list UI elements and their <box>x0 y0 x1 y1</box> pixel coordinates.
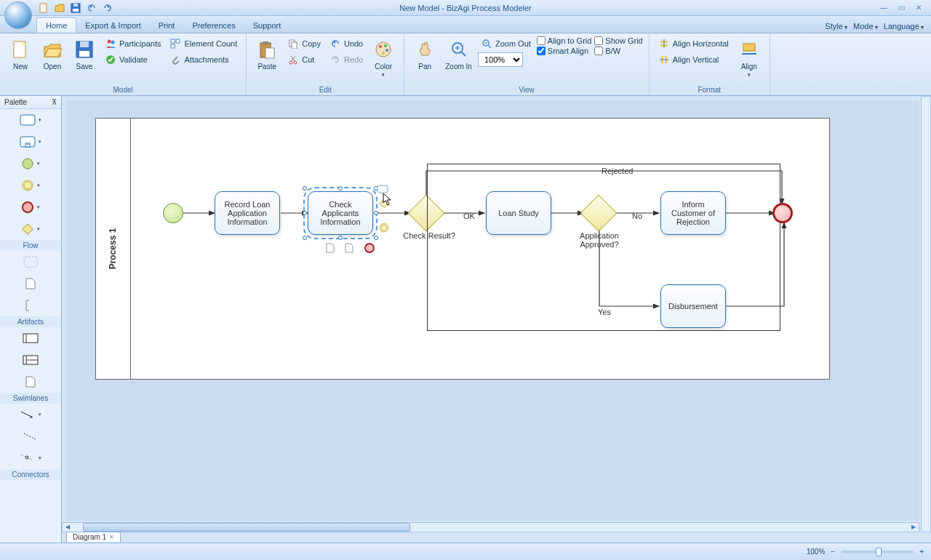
tab-support[interactable]: Support <box>244 18 290 33</box>
svg-point-9 <box>111 41 115 44</box>
svg-rect-7 <box>80 41 89 47</box>
align-horizontal-button[interactable]: Align Horizontal <box>655 36 732 51</box>
svg-rect-11 <box>171 39 175 43</box>
group-view: Pan Zoom In Zoom Out 100% Align to Grid … <box>404 33 649 95</box>
svg-rect-16 <box>265 48 274 58</box>
group-label: Model <box>6 84 240 95</box>
validate-icon <box>105 54 116 65</box>
zoom-in-button[interactable]: Zoom In <box>442 36 475 72</box>
save-disk-icon <box>73 38 96 61</box>
svg-rect-15 <box>263 41 268 44</box>
language-menu[interactable]: Language <box>884 22 924 31</box>
group-model: New Open Save Participants Validate Elem… <box>0 33 247 95</box>
svg-rect-12 <box>176 39 180 43</box>
mode-menu[interactable]: Mode <box>853 22 878 31</box>
smart-align-check[interactable]: Smart Align <box>537 47 592 55</box>
paste-icon <box>255 38 279 61</box>
show-grid-check[interactable]: Show Grid <box>594 36 642 45</box>
redo-icon[interactable] <box>102 2 113 14</box>
validate-button[interactable]: Validate <box>102 52 164 67</box>
save-button[interactable]: Save <box>70 36 99 72</box>
minimize-button[interactable]: — <box>877 3 890 13</box>
title-bar: New Model - BizAgi Process Modeler — ▭ ✕ <box>0 0 931 16</box>
undo-icon <box>329 38 341 49</box>
app-orb-button[interactable] <box>4 1 32 29</box>
svg-rect-3 <box>73 4 78 7</box>
svg-point-22 <box>379 45 382 48</box>
zoom-in-icon <box>447 38 471 61</box>
style-menu[interactable]: Style <box>825 22 847 31</box>
svg-point-19 <box>289 61 292 64</box>
svg-point-25 <box>382 52 385 55</box>
group-label: Edit <box>252 84 398 95</box>
close-button[interactable]: ✕ <box>912 3 925 13</box>
svg-rect-6 <box>79 51 89 57</box>
align-button[interactable]: Align▾ <box>735 36 764 79</box>
copy-icon <box>287 38 299 49</box>
tab-home[interactable]: Home <box>36 17 76 33</box>
svg-rect-13 <box>171 44 175 48</box>
new-button[interactable]: New <box>6 36 35 72</box>
svg-point-20 <box>294 61 297 64</box>
hand-icon <box>413 38 436 61</box>
maximize-button[interactable]: ▭ <box>895 3 908 13</box>
window-title: New Model - BizAgi Process Modeler <box>399 4 532 12</box>
redo-button[interactable]: Redo <box>327 52 366 67</box>
bw-check[interactable]: B/W <box>594 47 642 55</box>
participants-icon <box>105 38 116 49</box>
ribbon: New Open Save Participants Validate Elem… <box>0 33 931 96</box>
zoom-out-button[interactable]: Zoom Out <box>478 36 534 51</box>
align-v-icon <box>658 54 670 65</box>
group-edit: Paste Copy Cut Undo Redo Color▾ Edit <box>247 33 404 95</box>
svg-point-23 <box>384 44 387 47</box>
element-count-icon <box>169 38 181 49</box>
zoom-select[interactable]: 100% <box>478 52 523 67</box>
tab-preferences[interactable]: Preferences <box>183 18 244 33</box>
copy-button[interactable]: Copy <box>284 36 324 51</box>
tab-export-import[interactable]: Export & Import <box>76 18 149 33</box>
undo-icon[interactable] <box>86 2 97 14</box>
open-folder-icon <box>41 38 64 61</box>
quick-access-toolbar <box>38 2 113 14</box>
element-count-button[interactable]: Element Count <box>167 36 240 51</box>
svg-point-8 <box>108 40 111 44</box>
redo-icon <box>329 54 341 65</box>
paste-button[interactable]: Paste <box>252 36 281 72</box>
color-button[interactable]: Color▾ <box>369 36 398 79</box>
attachments-button[interactable]: Attachments <box>167 52 240 67</box>
align-h-icon <box>658 38 670 49</box>
pan-button[interactable]: Pan <box>410 36 439 72</box>
svg-rect-34 <box>743 44 755 51</box>
align-to-grid-check[interactable]: Align to Grid <box>537 36 592 45</box>
cut-button[interactable]: Cut <box>284 52 324 67</box>
group-label: Format <box>655 84 764 95</box>
svg-rect-18 <box>292 42 297 49</box>
new-doc-icon[interactable] <box>38 2 49 14</box>
zoom-out-icon <box>481 38 492 49</box>
align-vertical-button[interactable]: Align Vertical <box>655 52 732 67</box>
open-folder-icon[interactable] <box>54 2 65 14</box>
scissors-icon <box>287 54 299 65</box>
group-format: Align Horizontal Align Vertical Align▾ F… <box>650 33 770 95</box>
open-button[interactable]: Open <box>38 36 67 72</box>
align-icon <box>738 38 761 61</box>
participants-button[interactable]: Participants <box>102 36 164 51</box>
group-label: View <box>410 84 642 95</box>
svg-point-24 <box>385 49 388 52</box>
color-palette-icon <box>372 38 395 61</box>
new-doc-icon <box>9 38 32 61</box>
svg-rect-2 <box>73 9 79 12</box>
undo-button[interactable]: Undo <box>327 36 366 51</box>
tab-print[interactable]: Print <box>150 18 184 33</box>
paperclip-icon <box>169 54 181 65</box>
save-disk-icon[interactable] <box>70 2 81 14</box>
ribbon-tabs: Home Export & Import Print Preferences S… <box>0 16 931 33</box>
